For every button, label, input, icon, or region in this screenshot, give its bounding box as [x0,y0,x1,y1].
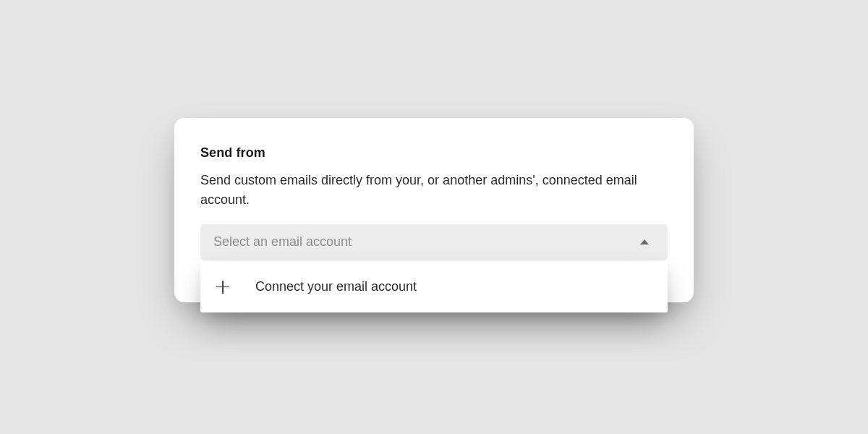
email-account-select-wrapper: Select an email account Connect your ema… [200,224,668,260]
connect-email-option[interactable]: Connect your email account [200,269,668,305]
card-description: Send custom emails directly from your, o… [200,171,645,210]
plus-icon [216,281,229,294]
card-title: Send from [200,145,668,161]
send-from-card: Send from Send custom emails directly fr… [174,118,694,302]
chevron-up-icon [640,239,649,244]
select-placeholder: Select an email account [213,234,352,250]
connect-email-label: Connect your email account [255,279,417,294]
email-account-select[interactable]: Select an email account [200,224,668,260]
email-account-dropdown: Connect your email account [200,262,668,312]
